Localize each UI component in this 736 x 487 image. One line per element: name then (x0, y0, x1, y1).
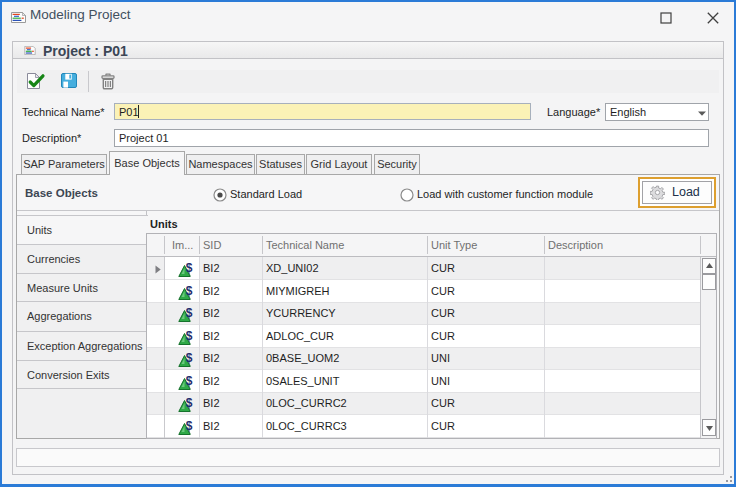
svg-text:$: $ (186, 351, 193, 365)
svg-text:$: $ (186, 261, 193, 275)
svg-text:$: $ (186, 396, 193, 410)
svg-text:$: $ (186, 306, 193, 320)
svg-text:$: $ (186, 284, 193, 298)
svg-text:$: $ (186, 329, 193, 343)
svg-text:$: $ (186, 374, 193, 388)
svg-text:$: $ (186, 419, 193, 433)
